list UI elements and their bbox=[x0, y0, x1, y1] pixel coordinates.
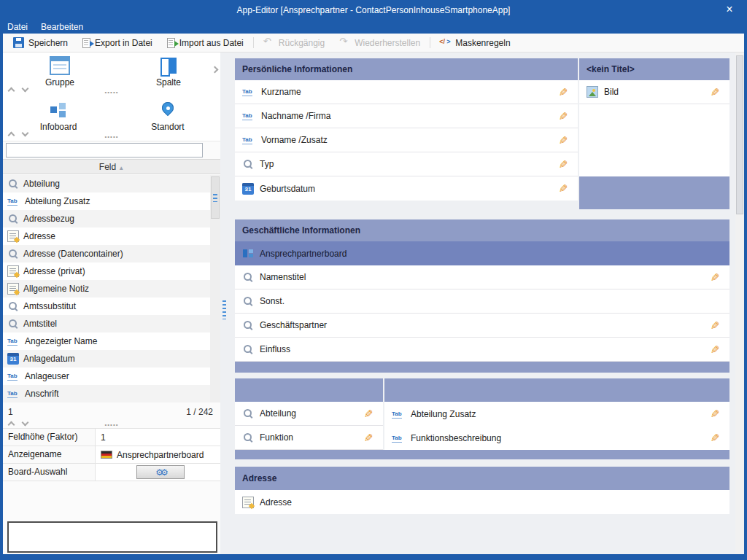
edit-pencil-icon[interactable] bbox=[559, 87, 568, 98]
group-icon bbox=[50, 56, 70, 75]
property-value-feldhoehe[interactable]: 1 bbox=[96, 429, 220, 446]
edit-pencil-icon[interactable] bbox=[711, 272, 720, 283]
preview-box[interactable] bbox=[7, 521, 217, 553]
palette-item-standort[interactable]: Standort bbox=[137, 101, 198, 132]
editor-field-row[interactable]: Kurzname bbox=[235, 80, 578, 104]
field-list-item[interactable]: Anschrift bbox=[3, 385, 210, 402]
field-list-item[interactable]: Abteilung bbox=[3, 175, 210, 192]
edit-pencil-icon[interactable] bbox=[711, 87, 720, 98]
undo-button[interactable]: Rückgängig bbox=[256, 34, 332, 52]
drag-grip-dots[interactable] bbox=[104, 128, 118, 141]
editor-field-row[interactable]: Nachname /Firma bbox=[235, 104, 578, 128]
editor-scrollbar[interactable] bbox=[735, 52, 744, 554]
palette-scroll-arrows[interactable] bbox=[9, 133, 28, 138]
lookup-icon bbox=[7, 300, 19, 312]
save-button[interactable]: Speichern bbox=[6, 34, 75, 52]
field-search-input[interactable] bbox=[6, 143, 203, 158]
edit-pencil-icon[interactable] bbox=[711, 344, 720, 355]
lookup-icon bbox=[242, 408, 254, 419]
lookup-icon bbox=[242, 295, 254, 307]
editor-field-row[interactable]: Bild bbox=[579, 80, 729, 104]
field-label: Abteilung bbox=[260, 408, 296, 419]
edit-pencil-icon[interactable] bbox=[559, 111, 568, 122]
editor-field-row[interactable]: Namenstitel bbox=[235, 265, 729, 289]
palette-item-gruppe[interactable]: Gruppe bbox=[29, 56, 90, 88]
calendar-icon bbox=[7, 353, 19, 365]
field-label: Typ bbox=[260, 159, 274, 169]
field-list-item[interactable]: Allgemeine Notiz bbox=[3, 280, 210, 298]
section-header[interactable]: Adresse bbox=[235, 467, 729, 490]
section-header[interactable] bbox=[384, 378, 729, 402]
palette-item-infoboard[interactable]: Infoboard bbox=[28, 101, 89, 132]
export-file-button[interactable]: Export in Datei bbox=[75, 34, 160, 52]
mask-rules-button[interactable]: Maskenregeln bbox=[433, 34, 517, 52]
editor-field-row[interactable]: Vorname /Zusatz bbox=[235, 128, 578, 152]
close-icon[interactable]: × bbox=[722, 3, 737, 16]
edit-pencil-icon[interactable] bbox=[711, 432, 720, 443]
chevron-right-icon[interactable] bbox=[212, 66, 219, 74]
field-list-item[interactable]: Adresse (privat) bbox=[3, 262, 210, 280]
section-header[interactable]: Geschäftliche Informationen bbox=[235, 219, 729, 241]
scrollbar-thumb[interactable] bbox=[211, 176, 220, 219]
editor-field-row[interactable]: Abteilung Zusatz bbox=[384, 402, 729, 426]
field-label: Angezeigter Name bbox=[25, 336, 97, 346]
editor-field-row[interactable]: Abteilung bbox=[235, 402, 383, 426]
edit-pencil-icon[interactable] bbox=[364, 408, 374, 419]
section-header[interactable] bbox=[235, 378, 383, 402]
field-label: Adresse (privat) bbox=[23, 266, 85, 276]
chevron-up-icon[interactable] bbox=[8, 88, 15, 95]
menu-bearbeiten[interactable]: Bearbeiten bbox=[41, 22, 83, 32]
chevron-down-icon[interactable] bbox=[22, 85, 29, 93]
page-arrows[interactable] bbox=[9, 422, 28, 427]
edit-pencil-icon[interactable] bbox=[559, 135, 568, 146]
field-label: Anschrift bbox=[25, 389, 59, 399]
chevron-up-icon[interactable] bbox=[8, 421, 15, 429]
field-list-item[interactable]: Amtssubstitut bbox=[3, 298, 210, 315]
editor-field-row[interactable]: Funktion bbox=[235, 426, 383, 450]
field-label: Adresse (Datencontainer) bbox=[23, 249, 123, 259]
palette-item-spalte[interactable]: Spalte bbox=[138, 56, 199, 88]
field-label: Adressbezug bbox=[23, 214, 74, 224]
field-list-item[interactable]: Angezeigter Name bbox=[3, 332, 210, 350]
text-field-icon bbox=[392, 432, 405, 444]
section-header[interactable]: Persönliche Informationen bbox=[235, 58, 578, 80]
empty-drop-area[interactable] bbox=[579, 176, 729, 209]
field-list-scrollbar[interactable] bbox=[210, 175, 220, 402]
editor-field-row[interactable]: Typ bbox=[235, 152, 578, 176]
field-list-column-header[interactable]: Feld▲ bbox=[3, 159, 220, 174]
splitter-grip-icon[interactable] bbox=[222, 300, 226, 319]
infoboard-icon bbox=[48, 101, 69, 120]
field-list-item[interactable]: Adresse bbox=[3, 228, 210, 245]
editor-field-row[interactable]: Sonst. bbox=[235, 289, 729, 314]
chevron-down-icon[interactable] bbox=[22, 419, 29, 427]
field-list-item[interactable]: Abteilung Zusatz bbox=[3, 192, 210, 210]
edit-pencil-icon[interactable] bbox=[711, 320, 720, 331]
edit-pencil-icon[interactable] bbox=[711, 408, 720, 419]
import-file-button[interactable]: Import aus Datei bbox=[160, 34, 251, 52]
property-value-anzeigename[interactable]: Ansprechpartnerboard bbox=[96, 446, 220, 464]
drag-grip-dots[interactable] bbox=[104, 84, 118, 97]
edit-pencil-icon[interactable] bbox=[559, 159, 568, 170]
scrollbar-thumb[interactable] bbox=[736, 55, 743, 214]
menu-datei[interactable]: Datei bbox=[7, 22, 28, 32]
editor-field-row-selected[interactable]: Ansprechpartnerboard bbox=[235, 241, 729, 265]
editor-field-row[interactable]: Funktionsbeschreibung bbox=[384, 426, 729, 450]
panel-splitter[interactable] bbox=[220, 52, 228, 554]
edit-pencil-icon[interactable] bbox=[364, 432, 374, 443]
editor-field-row[interactable]: Geschäftspartner bbox=[235, 314, 729, 338]
field-list-item[interactable]: Amtstitel bbox=[3, 315, 210, 332]
field-list-item[interactable]: Adresse (Datencontainer) bbox=[3, 245, 210, 262]
editor-field-row[interactable]: Einfluss bbox=[235, 338, 729, 362]
palette-scroll-arrows[interactable] bbox=[9, 88, 28, 93]
field-list-item[interactable]: Adressbezug bbox=[3, 210, 210, 228]
field-list-item[interactable]: Anlagedatum bbox=[3, 350, 210, 368]
edit-pencil-icon[interactable] bbox=[559, 183, 568, 194]
redo-button[interactable]: Wiederherstellen bbox=[332, 34, 427, 52]
section-header[interactable]: <kein Titel> bbox=[579, 58, 729, 80]
field-list-item[interactable]: Anlageuser bbox=[3, 368, 210, 385]
board-select-button[interactable] bbox=[136, 465, 185, 479]
editor-field-row[interactable]: Adresse bbox=[235, 490, 729, 514]
editor-field-row[interactable]: Geburtsdatum bbox=[235, 176, 578, 201]
property-label: Board-Auswahl bbox=[3, 464, 96, 481]
chevron-up-icon[interactable] bbox=[8, 132, 15, 139]
